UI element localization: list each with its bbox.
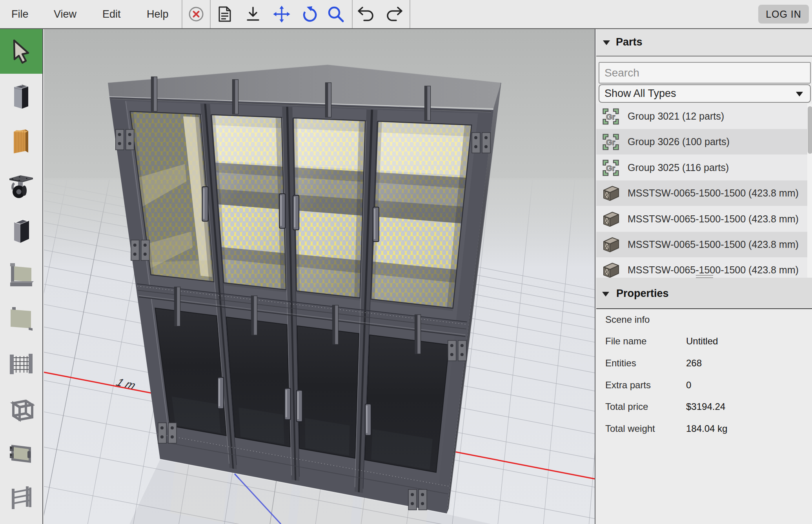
svg-text:Gr: Gr bbox=[606, 113, 615, 121]
svg-text:Gr: Gr bbox=[606, 164, 615, 173]
svg-text:Gr: Gr bbox=[606, 138, 615, 147]
